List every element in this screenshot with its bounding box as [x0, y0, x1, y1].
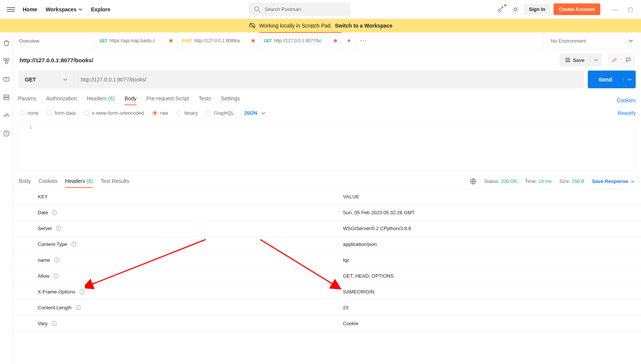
radio-graphql[interactable]: GraphQL — [206, 110, 234, 116]
resp-tab-cookies[interactable]: Cookies — [38, 178, 58, 188]
info-icon — [53, 273, 59, 279]
settings-icon[interactable] — [511, 5, 520, 14]
nav-workspaces[interactable]: Workspaces — [46, 6, 83, 12]
banner-message: Working locally in Scratch Pad. — [259, 23, 332, 29]
tab-settings[interactable]: Settings — [221, 95, 240, 105]
apis-icon[interactable] — [3, 75, 10, 83]
tab-params[interactable]: Params — [18, 95, 36, 105]
history-icon[interactable] — [3, 130, 10, 137]
radio-xwww[interactable]: x-www-form-urlencoded — [84, 110, 144, 116]
nav-home[interactable]: Home — [23, 6, 37, 12]
header-value: WSGIServer/0.2 CPython/3.8.6 — [338, 226, 641, 231]
scratch-pad-banner: Working locally in Scratch Pad. Switch t… — [0, 19, 641, 32]
header-key: name — [35, 257, 338, 263]
size-value: 250 B — [572, 178, 584, 184]
beautify-button[interactable]: Beautify — [618, 110, 636, 116]
send-button[interactable]: Send — [588, 71, 636, 88]
svg-point-5 — [5, 61, 8, 64]
header-key: Content-Type — [35, 241, 338, 247]
edit-icon[interactable] — [609, 54, 621, 66]
radio-form-label: form-data — [55, 110, 76, 116]
radio-binary[interactable]: binary — [177, 110, 198, 116]
save-label: Save — [573, 57, 584, 63]
capture-icon[interactable] — [497, 5, 506, 14]
resp-tab-headers[interactable]: Headers (8) — [65, 178, 93, 188]
header-value: Cookie — [338, 321, 641, 326]
info-icon — [71, 241, 77, 247]
tab-url-label: http://127.0.0.1:8077/bc — [274, 38, 332, 43]
search-input[interactable]: Search Postman — [249, 3, 350, 16]
comment-icon[interactable] — [622, 54, 634, 66]
search-icon — [254, 6, 261, 13]
save-button[interactable]: Save — [560, 54, 602, 66]
new-tab-button[interactable] — [342, 32, 356, 49]
request-tab[interactable]: GEThttps://api.map.baidu.c — [95, 32, 177, 49]
body-editor[interactable]: 1 — [18, 121, 636, 170]
overview-tab[interactable]: Overview — [13, 32, 95, 49]
header-key-col: KEY — [35, 194, 338, 200]
header-value: application/json — [338, 241, 641, 247]
scratchpad-icon[interactable] — [3, 39, 10, 47]
resp-tab-test-results[interactable]: Test Results — [100, 178, 129, 188]
environment-select[interactable]: No Environment — [543, 32, 641, 49]
tab-tests[interactable]: Tests — [199, 95, 211, 105]
send-label: Send — [588, 76, 623, 83]
radio-raw[interactable]: raw — [152, 110, 168, 116]
time-value: 14 ms — [538, 178, 552, 184]
environment-label: No Environment — [551, 38, 586, 44]
create-account-button[interactable]: Create Account — [553, 3, 600, 15]
window-minimize-icon[interactable]: — — [608, 6, 623, 12]
tab-options-icon[interactable] — [356, 32, 370, 49]
save-response-button[interactable]: Save Response — [592, 178, 635, 184]
method-select[interactable]: GET — [18, 71, 75, 88]
svg-rect-6 — [4, 77, 9, 81]
request-title-row: http://127.0.0.1:8077/books/ Save — [13, 49, 641, 71]
tab-body[interactable]: Body — [125, 95, 137, 105]
header-value-col: VALUE — [338, 194, 641, 200]
menu-icon[interactable] — [7, 5, 15, 14]
tab-headers[interactable]: Headers (6) — [87, 95, 115, 105]
radio-none[interactable]: none — [20, 110, 38, 116]
resp-tab-body[interactable]: Body — [19, 178, 31, 188]
header-value: GET, HEAD, OPTIONS — [338, 273, 641, 279]
network-icon[interactable] — [470, 178, 477, 185]
radio-raw-label: raw — [160, 110, 168, 116]
sign-in-button[interactable]: Sign In — [524, 4, 550, 15]
monitors-icon[interactable] — [3, 112, 10, 119]
cookies-link[interactable]: Cookies — [616, 97, 636, 103]
editor-gutter: 1 — [18, 121, 36, 170]
save-response-label: Save Response — [592, 178, 628, 184]
header-value: Sun, 05 Feb 2023 05:32:26 GMT — [338, 210, 641, 215]
environments-icon[interactable] — [3, 94, 10, 101]
table-row: ServerWSGIServer/0.2 CPython/3.8.6 — [13, 221, 641, 237]
top-header: Home Workspaces Explore Search Postman S… — [0, 0, 641, 19]
resp-tab-headers-count: (8) — [86, 178, 93, 184]
header-value: SAMEORIGIN — [338, 289, 641, 295]
window-maximize-icon[interactable]: ▢ — [623, 6, 638, 13]
info-icon — [56, 226, 61, 231]
send-dropdown[interactable] — [623, 77, 636, 82]
nav-explore[interactable]: Explore — [91, 6, 110, 12]
save-dropdown[interactable] — [590, 58, 602, 62]
tab-authorization[interactable]: Authorization — [46, 95, 77, 105]
request-tab[interactable]: POSThttp://127.0.0.1:8088/a — [177, 32, 260, 49]
tab-headers-count: (6) — [108, 95, 115, 101]
tab-method-label: POST — [182, 39, 192, 43]
banner-switch-link[interactable]: Switch to a Workspace — [335, 23, 392, 29]
tab-prerequest[interactable]: Pre-request Script — [146, 95, 189, 105]
table-row: AllowGET, HEAD, OPTIONS — [13, 268, 641, 284]
raw-format-select[interactable]: JSON — [244, 110, 265, 116]
table-row: Content-Typeapplication/json — [13, 237, 641, 252]
radio-form-data[interactable]: form-data — [47, 110, 76, 116]
header-actions — [497, 5, 520, 14]
collections-icon[interactable] — [3, 57, 10, 65]
tab-url-label: http://127.0.0.1:8088/a — [194, 38, 249, 43]
url-input[interactable] — [75, 71, 584, 88]
table-row: namelqz — [13, 252, 641, 268]
cloud-off-icon — [249, 22, 256, 29]
table-row: VaryCookie — [13, 316, 641, 332]
svg-point-3 — [4, 58, 6, 61]
request-tab[interactable]: GEThttp://127.0.0.1:8077/bc — [260, 32, 342, 49]
info-icon — [75, 305, 81, 310]
left-rail — [0, 32, 13, 364]
